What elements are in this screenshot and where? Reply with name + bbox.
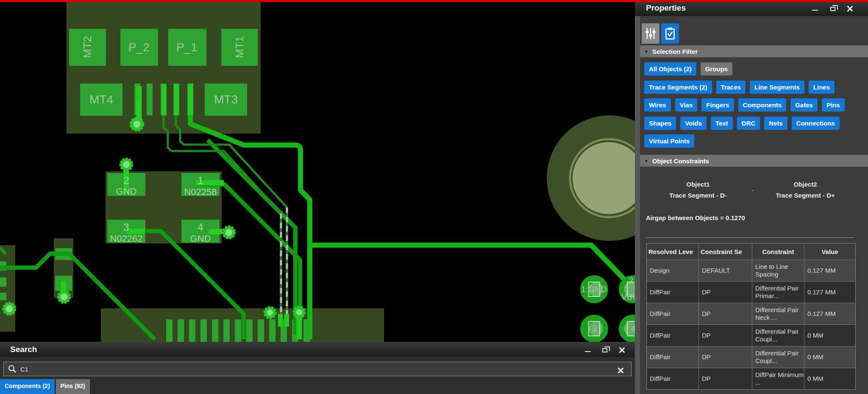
filter-virtual-points[interactable]: Virtual Points <box>644 134 694 148</box>
object1-desc: Trace Segment - D- <box>645 190 751 201</box>
filter-voids[interactable]: Voids <box>680 117 707 130</box>
table-cell: DP <box>699 346 752 368</box>
pad-left[interactable] <box>0 293 6 300</box>
restore-button[interactable] <box>827 3 838 13</box>
pcb-artwork <box>0 0 635 394</box>
pad-connector[interactable] <box>235 319 241 342</box>
section-title: Object Constraints <box>652 157 709 165</box>
close-button[interactable] <box>616 345 627 355</box>
filter-gates[interactable]: Gates <box>790 98 818 112</box>
object1-title: Object1 <box>645 179 751 190</box>
object2-desc: Trace Segment - D+ <box>752 190 858 201</box>
filter-line-segments[interactable]: Line Segments <box>750 81 804 94</box>
filter-components[interactable]: Components <box>738 98 787 112</box>
general-properties-tool-button[interactable] <box>642 23 659 44</box>
object2-box: Object2 Trace Segment - D+ <box>752 179 858 201</box>
search-icon <box>8 364 17 374</box>
filter-text[interactable]: Text <box>711 117 733 130</box>
pad-connector[interactable] <box>269 319 275 342</box>
restore-button[interactable] <box>599 345 610 354</box>
table-cell: DEFAULT <box>699 260 752 281</box>
restore-icon <box>830 7 835 11</box>
trace-vbus-branch[interactable] <box>310 245 630 285</box>
column-header[interactable]: Constraint Se <box>699 243 752 260</box>
table-cell: DP <box>699 325 752 346</box>
restore-icon <box>602 348 607 352</box>
panel-resize-gutter[interactable] <box>635 16 640 394</box>
section-selection-filter[interactable]: ▼ Selection Filter <box>640 45 868 57</box>
pad-connector[interactable] <box>189 319 195 342</box>
pad-mt2[interactable] <box>69 29 106 66</box>
table-cell: Differential Pair Neck ... <box>752 303 804 324</box>
filter-wires[interactable]: Wires <box>644 98 671 112</box>
search-input[interactable] <box>17 365 631 373</box>
table-cell: 0 MM <box>804 346 855 368</box>
pad-pin[interactable] <box>147 84 153 115</box>
section-object-constraints[interactable]: ▼ Object Constraints <box>640 155 868 167</box>
filter-trace-segments[interactable]: Trace Segments (2) <box>644 81 712 94</box>
pad-connector[interactable] <box>200 319 207 342</box>
table-cell: DiffPair <box>647 303 698 324</box>
table-cell: 0.127 MM <box>804 303 855 324</box>
column-header[interactable]: Resolved Leve <box>647 243 698 260</box>
pad-connector[interactable] <box>246 319 253 342</box>
filter-traces[interactable]: Traces <box>716 81 746 94</box>
component-left-courtyard[interactable] <box>0 245 15 332</box>
divider <box>645 238 854 238</box>
table-cell: DiffPair <box>647 282 698 303</box>
filter-connections[interactable]: Connections <box>792 117 840 130</box>
properties-panel: Properties ▼ Selection Filte <box>635 0 868 394</box>
pad-connector[interactable] <box>258 319 264 342</box>
filter-drc[interactable]: DRC <box>737 117 760 130</box>
pad-mt4[interactable] <box>80 84 122 116</box>
filter-lines[interactable]: Lines <box>809 81 835 94</box>
clear-search-button[interactable] <box>615 366 626 375</box>
clipboard-check-icon <box>665 27 676 40</box>
pad-p2[interactable] <box>120 29 158 66</box>
airgap-text: Airgap between Objects = 0.1270 <box>646 214 745 221</box>
filter-pins[interactable]: Pins <box>822 98 845 112</box>
pad-connector[interactable] <box>223 319 230 342</box>
table-cell: 0 MM <box>804 368 855 389</box>
search-field[interactable] <box>3 362 632 376</box>
table-cell: Line to Line Spacing <box>752 260 804 281</box>
minimize-button[interactable] <box>582 345 593 354</box>
tab-components[interactable]: Components (2) <box>0 379 55 394</box>
pad-mt3[interactable] <box>205 84 247 116</box>
collapse-triangle-icon: ▼ <box>644 49 648 54</box>
pad-connector[interactable] <box>178 319 184 342</box>
close-icon <box>846 5 853 12</box>
constraints-table: Resolved Leve Constraint Se Constraint V… <box>646 243 856 390</box>
section-title: Selection Filter <box>652 48 698 55</box>
search-panel: Search Components (2) Pins (92) <box>0 342 635 394</box>
pad-connector[interactable] <box>166 319 172 342</box>
column-header[interactable]: Value <box>804 243 855 260</box>
table-cell: 0 MM <box>804 325 855 346</box>
filter-all-objects[interactable]: All Objects (2) <box>644 62 696 75</box>
table-cell: DiffPair <box>647 325 698 346</box>
filter-nets[interactable]: Nets <box>764 117 787 130</box>
properties-title: Properties <box>646 3 686 13</box>
minimize-button[interactable] <box>810 3 821 13</box>
th-pad-group[interactable] <box>580 275 635 343</box>
pcb-canvas[interactable]: MT2 P_2 P_1 MT1 MT4 MT3 GND 2 GND 1 N022… <box>0 0 635 394</box>
filter-groups[interactable]: Groups <box>701 62 732 75</box>
pad-connector[interactable] <box>212 319 218 342</box>
column-header[interactable]: Constraint <box>752 243 804 260</box>
pad-p1[interactable] <box>168 29 206 66</box>
table-cell: Differential Pair Primar... <box>752 282 804 303</box>
filter-shapes[interactable]: Shapes <box>644 117 676 130</box>
object1-box: Object1 Trace Segment - D- <box>645 179 751 201</box>
object2-title: Object2 <box>752 179 858 190</box>
pad-mt1[interactable] <box>221 29 258 66</box>
filter-vias[interactable]: Vias <box>675 98 698 112</box>
pad-left[interactable] <box>0 277 6 287</box>
constraints-tool-button[interactable] <box>661 23 679 44</box>
filter-fingers[interactable]: Fingers <box>701 98 734 112</box>
search-titlebar[interactable]: Search <box>0 342 635 357</box>
table-cell: DP <box>699 368 752 389</box>
tab-pins[interactable]: Pins (92) <box>56 379 90 394</box>
table-cell: DiffPair <box>647 368 698 389</box>
app-window: MT2 P_2 P_1 MT1 MT4 MT3 GND 2 GND 1 N022… <box>0 0 868 394</box>
close-button[interactable] <box>844 4 855 13</box>
